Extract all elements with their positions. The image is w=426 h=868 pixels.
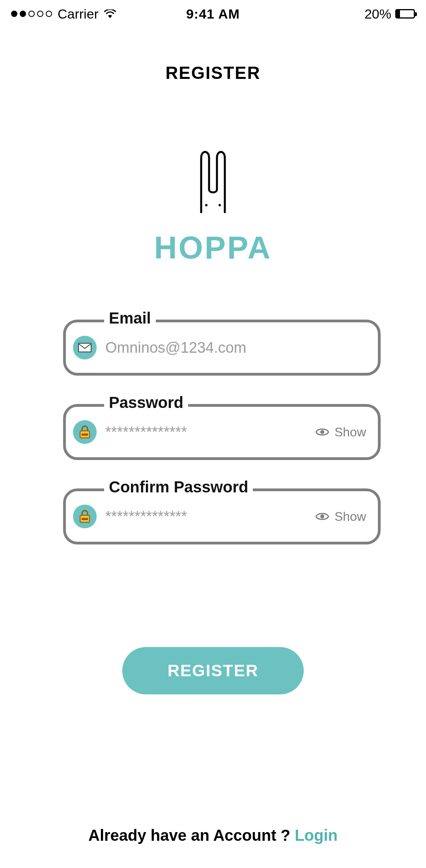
- login-link[interactable]: Login: [295, 827, 338, 844]
- page-title: REGISTER: [0, 63, 426, 83]
- svg-point-8: [320, 514, 324, 518]
- email-input[interactable]: [105, 339, 366, 356]
- confirm-input[interactable]: [105, 508, 307, 525]
- svg-rect-7: [82, 518, 88, 520]
- brand-logo: HOPPA: [0, 146, 426, 266]
- email-field-wrap: Email: [63, 320, 381, 376]
- svg-point-1: [219, 204, 221, 206]
- status-right: 20%: [364, 6, 415, 22]
- carrier-label: Carrier: [58, 6, 99, 22]
- battery-icon: [395, 9, 415, 19]
- register-button[interactable]: REGISTER: [122, 647, 304, 694]
- password-input[interactable]: [105, 424, 307, 441]
- email-label: Email: [104, 309, 156, 327]
- lock-icon: [73, 505, 97, 528]
- confirm-field[interactable]: Show: [63, 488, 381, 544]
- battery-percent: 20%: [364, 6, 391, 22]
- svg-rect-2: [78, 343, 91, 352]
- confirm-field-wrap: Confirm Password Show: [63, 488, 381, 544]
- password-field[interactable]: Show: [63, 404, 381, 460]
- svg-point-0: [205, 204, 207, 206]
- confirm-show-toggle[interactable]: Show: [316, 509, 366, 524]
- password-field-wrap: Password Show: [63, 404, 381, 460]
- email-field[interactable]: [63, 320, 381, 376]
- confirm-show-label: Show: [334, 509, 366, 524]
- svg-rect-4: [82, 434, 88, 436]
- footer: Already have an Account ? Login: [0, 827, 426, 844]
- email-icon: [73, 336, 97, 359]
- brand-name: HOPPA: [154, 230, 272, 266]
- svg-point-5: [320, 430, 324, 434]
- password-show-label: Show: [334, 425, 366, 440]
- bunny-icon: [193, 146, 233, 213]
- confirm-label: Confirm Password: [104, 478, 253, 496]
- status-time: 9:41 AM: [186, 6, 240, 22]
- footer-prompt: Already have an Account ?: [88, 827, 295, 844]
- password-label: Password: [104, 394, 188, 412]
- eye-icon: [316, 428, 329, 436]
- status-bar: Carrier 9:41 AM 20%: [0, 0, 426, 28]
- password-show-toggle[interactable]: Show: [316, 425, 366, 440]
- eye-icon: [316, 512, 329, 521]
- signal-dots-icon: [11, 11, 52, 17]
- status-left: Carrier: [11, 6, 116, 22]
- register-form: Email Password: [63, 320, 381, 573]
- wifi-icon: [104, 9, 116, 18]
- lock-icon: [73, 420, 97, 444]
